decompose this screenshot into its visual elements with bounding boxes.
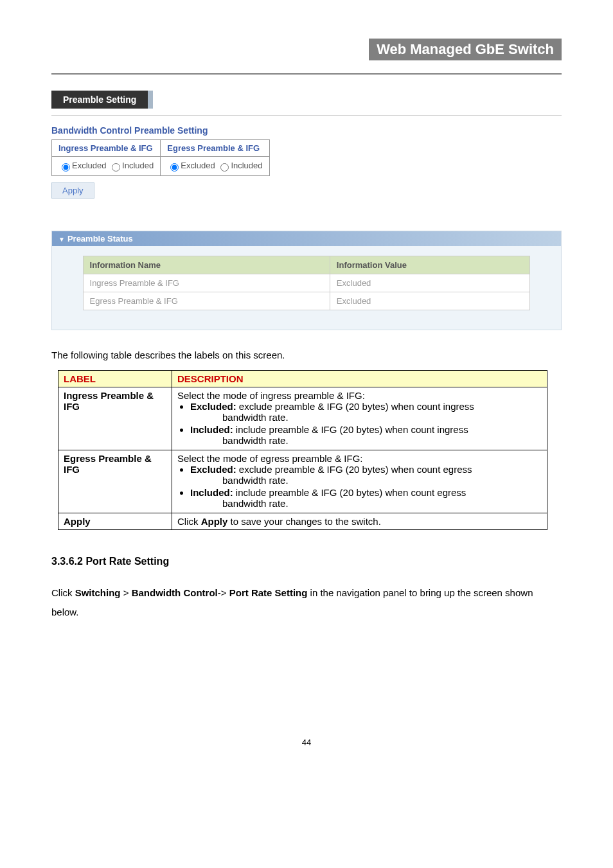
desc-header-description: DESCRIPTION — [172, 370, 547, 387]
status-table: Information Name Information Value Ingre… — [83, 256, 531, 310]
table-row: Egress Preamble & IFG Excluded — [83, 292, 530, 310]
ingress-included-label[interactable]: Included — [109, 161, 154, 170]
desc-item-bold: Excluded: — [190, 464, 236, 475]
body-text-fragment: -> — [218, 587, 229, 598]
status-row-value: Excluded — [330, 292, 530, 310]
status-col-value: Information Value — [330, 256, 530, 274]
col-ingress-header: Ingress Preamble & IFG — [52, 140, 161, 157]
desc-description: Click Apply to save your changes to the … — [172, 513, 547, 529]
egress-excluded-label[interactable]: Excluded — [167, 161, 215, 170]
section-rule — [51, 115, 562, 116]
tab-preamble-setting[interactable]: Preamble Setting — [51, 91, 153, 109]
desc-item-bold: Excluded: — [190, 401, 236, 412]
status-row-name: Ingress Preamble & IFG — [83, 274, 330, 292]
desc-item-text: include preamble & IFG (20 bytes) when c… — [233, 424, 468, 435]
desc-list: Excluded: exclude preamble & IFG (20 byt… — [177, 464, 542, 509]
body-text-bold: Switching — [75, 587, 121, 598]
desc-item-text: exclude preamble & IFG (20 bytes) when c… — [236, 464, 472, 475]
preamble-status-panel: ▼Preamble Status Information Name Inform… — [51, 231, 562, 330]
desc-header-label: LABEL — [58, 370, 172, 387]
desc-label: Apply — [58, 513, 172, 529]
status-col-name: Information Name — [83, 256, 330, 274]
status-row-value: Excluded — [330, 274, 530, 292]
ingress-excluded-label[interactable]: Excluded — [58, 161, 106, 170]
desc-label: Egress Preamble & IFG — [58, 450, 172, 513]
header-rule — [51, 73, 562, 75]
desc-item-cont: bandwidth rate. — [222, 498, 542, 509]
desc-intro: Select the mode of ingress preamble & IF… — [177, 390, 365, 401]
egress-included-label[interactable]: Included — [217, 161, 262, 170]
desc-item-cont: bandwidth rate. — [222, 475, 542, 486]
tab-bar: Preamble Setting — [51, 91, 562, 109]
apply-button[interactable]: Apply — [51, 182, 94, 199]
body-text-fragment: > — [121, 587, 132, 598]
egress-included-text: Included — [231, 161, 262, 170]
egress-excluded-radio[interactable] — [170, 163, 179, 172]
desc-description: Select the mode of egress preamble & IFG… — [172, 450, 547, 513]
egress-options-cell: Excluded Included — [161, 157, 269, 176]
table-row: Ingress Preamble & IFG Excluded — [83, 274, 530, 292]
intro-text: The following table describes the labels… — [51, 350, 562, 360]
preamble-setting-table: Ingress Preamble & IFG Egress Preamble &… — [51, 139, 270, 176]
col-egress-header: Egress Preamble & IFG — [161, 140, 269, 157]
desc-label: Ingress Preamble & IFG — [58, 387, 172, 450]
desc-text-post: to save your changes to the switch. — [227, 516, 380, 527]
table-row: Apply Click Apply to save your changes t… — [58, 513, 547, 529]
desc-text-bold: Apply — [201, 516, 228, 527]
desc-item-text: include preamble & IFG (20 bytes) when c… — [233, 487, 466, 498]
ingress-options-cell: Excluded Included — [52, 157, 161, 176]
page-number: 44 — [51, 738, 562, 747]
desc-item-bold: Included: — [190, 487, 233, 498]
ingress-included-radio[interactable] — [112, 163, 120, 172]
page-header-title: Web Managed GbE Switch — [369, 39, 562, 60]
body-text-bold: Port Rate Setting — [229, 587, 308, 598]
desc-item-text: exclude preamble & IFG (20 bytes) when c… — [236, 401, 474, 412]
egress-excluded-text: Excluded — [181, 161, 215, 170]
desc-list: Excluded: exclude preamble & IFG (20 byt… — [177, 401, 542, 446]
body-text: Click Switching > Bandwidth Control-> Po… — [51, 583, 562, 622]
table-row: Egress Preamble & IFG Select the mode of… — [58, 450, 547, 513]
table-row: Ingress Preamble & IFG Select the mode o… — [58, 387, 547, 450]
ingress-excluded-radio[interactable] — [62, 163, 70, 172]
desc-item-cont: bandwidth rate. — [222, 412, 542, 423]
list-item: Included: include preamble & IFG (20 byt… — [190, 424, 542, 446]
status-row-name: Egress Preamble & IFG — [83, 292, 330, 310]
list-item: Excluded: exclude preamble & IFG (20 byt… — [190, 464, 542, 486]
status-panel-title: Preamble Status — [67, 234, 133, 244]
ingress-excluded-text: Excluded — [72, 161, 106, 170]
subsection-heading: 3.3.6.2 Port Rate Setting — [51, 556, 562, 567]
desc-item-cont: bandwidth rate. — [222, 435, 542, 446]
egress-included-radio[interactable] — [220, 163, 229, 172]
description-table: LABEL DESCRIPTION Ingress Preamble & IFG… — [58, 370, 547, 530]
desc-intro: Select the mode of egress preamble & IFG… — [177, 453, 362, 464]
desc-text-pre: Click — [177, 516, 201, 527]
chevron-down-icon: ▼ — [58, 236, 65, 243]
body-text-fragment: Click — [51, 587, 75, 598]
list-item: Included: include preamble & IFG (20 byt… — [190, 487, 542, 509]
section-title: Bandwidth Control Preamble Setting — [51, 125, 562, 136]
list-item: Excluded: exclude preamble & IFG (20 byt… — [190, 401, 542, 423]
ingress-included-text: Included — [122, 161, 154, 170]
desc-item-bold: Included: — [190, 424, 233, 435]
status-panel-header[interactable]: ▼Preamble Status — [52, 231, 561, 246]
desc-description: Select the mode of ingress preamble & IF… — [172, 387, 547, 450]
body-text-bold: Bandwidth Control — [132, 587, 218, 598]
